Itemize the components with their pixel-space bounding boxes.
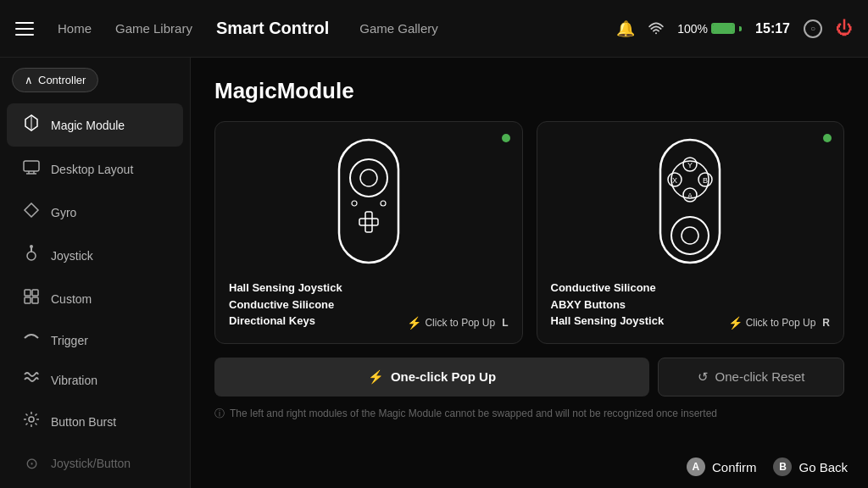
info-icon: ⓘ (214, 407, 225, 421)
svg-text:A: A (687, 191, 693, 200)
go-back-button[interactable]: B Go Back (773, 458, 848, 476)
gyro-icon (22, 202, 41, 223)
controller-button[interactable]: ∧ Controller (12, 68, 98, 92)
sidebar-item-magic-module[interactable]: Magic Module (7, 103, 183, 147)
info-notice: ⓘ The left and right modules of the Magi… (214, 407, 844, 421)
sidebar-item-gyro[interactable]: Gyro (7, 191, 183, 233)
controller-label: Controller (38, 74, 86, 86)
svg-rect-2 (24, 161, 39, 171)
svg-rect-26 (359, 219, 378, 225)
svg-text:X: X (672, 176, 677, 185)
svg-point-0 (655, 32, 657, 34)
left-status-dot (502, 134, 510, 142)
menu-icon[interactable] (15, 22, 34, 36)
sidebar-item-button-burst[interactable]: Button Burst (7, 401, 183, 442)
svg-line-20 (36, 424, 37, 425)
sidebar: ∧ Controller Magic Module Desk (0, 58, 191, 488)
module-cards: Hall Sensing Joystick Conductive Silicon… (214, 121, 844, 344)
svg-line-19 (26, 414, 28, 416)
power-icon[interactable]: ⏻ (836, 19, 853, 38)
one-click-popup-button[interactable]: ⚡ One-click Pop Up (214, 358, 649, 396)
confirm-label: Confirm (712, 460, 757, 474)
bell-icon[interactable]: 🔔 (616, 19, 635, 38)
battery-percent: 100% (677, 22, 708, 36)
topnav-right: 🔔 100% 15:17 ○ ⏻ (616, 19, 853, 38)
svg-point-9 (30, 245, 33, 248)
left-popup-label: Click to Pop Up (425, 317, 495, 329)
right-side-label: R (822, 317, 830, 329)
right-popup-label: Click to Pop Up (746, 317, 816, 329)
footer: A Confirm B Go Back (666, 446, 868, 488)
right-popup-action[interactable]: ⚡ Click to Pop Up R (728, 316, 830, 330)
sidebar-item-desktop-layout[interactable]: Desktop Layout (7, 148, 183, 190)
sidebar-label-trigger: Trigger (51, 334, 88, 347)
svg-rect-12 (25, 297, 31, 303)
reset-button-label: One-click Reset (715, 369, 805, 384)
trigger-icon (22, 331, 41, 349)
left-feature-3: Directional Keys (229, 314, 315, 327)
sidebar-label-joystick: Joystick (51, 249, 93, 263)
svg-rect-10 (25, 290, 31, 296)
button-burst-icon (22, 411, 41, 432)
joystick-icon (22, 245, 41, 266)
battery-bar (711, 23, 735, 34)
flash-icon-right: ⚡ (728, 316, 743, 330)
go-back-label: Go Back (798, 460, 848, 474)
svg-point-40 (671, 217, 709, 254)
chevron-up-icon: ∧ (25, 74, 33, 86)
battery-indicator: 100% (677, 22, 742, 36)
sidebar-label-vibration: Vibration (51, 374, 97, 387)
main-content: MagicModule (191, 58, 868, 488)
popup-button-label: One-click Pop Up (391, 369, 496, 384)
sidebar-item-vibration[interactable]: Vibration (7, 361, 183, 399)
right-module-card: Y X B A (537, 121, 845, 344)
sidebar-label-joystick-button: Joystick/Button (51, 457, 131, 470)
svg-text:Y: Y (687, 161, 693, 169)
sidebar-item-custom[interactable]: Custom (7, 278, 183, 319)
bottom-actions: ⚡ One-click Pop Up ↺ One-click Reset (214, 358, 844, 396)
sidebar-item-joystick-button[interactable]: ⊙ Joystick/Button (7, 444, 183, 483)
right-status-dot (823, 134, 832, 142)
left-popup-action[interactable]: ⚡ Click to Pop Up L (407, 316, 508, 330)
flash-icon-left: ⚡ (407, 316, 421, 330)
settings-icon[interactable]: ○ (804, 19, 822, 38)
right-feature-2: ABXY Buttons (551, 298, 626, 311)
svg-text:B: B (703, 176, 708, 185)
svg-point-14 (29, 417, 34, 422)
smart-control-title: Smart Control (216, 19, 329, 38)
confirm-button[interactable]: A Confirm (687, 458, 757, 476)
left-side-label: L (502, 317, 508, 329)
sidebar-item-joystick[interactable]: Joystick (7, 235, 183, 276)
right-card-desc: Conductive Silicone ABXY Buttons Hall Se… (551, 280, 665, 330)
right-feature-3: Hall Sensing Joystick (551, 314, 665, 327)
svg-point-28 (352, 201, 357, 206)
confirm-circle: A (687, 458, 705, 476)
svg-rect-11 (32, 290, 38, 296)
sidebar-label-desktop-layout: Desktop Layout (51, 163, 133, 176)
one-click-reset-button[interactable]: ↺ One-click Reset (658, 358, 844, 396)
svg-rect-23 (339, 140, 398, 263)
game-gallery-link[interactable]: Game Gallery (359, 21, 438, 36)
svg-point-7 (27, 252, 36, 260)
popup-flash-icon: ⚡ (368, 369, 384, 385)
left-feature-2: Conductive Silicone (229, 298, 334, 311)
sidebar-label-gyro: Gyro (51, 206, 76, 219)
right-module-svg: Y X B A (639, 136, 741, 271)
svg-line-22 (26, 424, 28, 425)
sidebar-label-button-burst: Button Burst (51, 415, 116, 429)
clock: 15:17 (755, 21, 790, 36)
home-link[interactable]: Home (58, 21, 92, 36)
left-feature-1: Hall Sensing Joystick (229, 281, 342, 294)
joystick-button-icon: ⊙ (22, 454, 41, 473)
svg-point-24 (350, 159, 387, 197)
desktop-layout-icon (22, 158, 41, 180)
svg-rect-13 (32, 297, 38, 303)
game-library-link[interactable]: Game Library (115, 21, 192, 36)
sidebar-item-trigger[interactable]: Trigger (7, 321, 183, 359)
go-back-circle: B (773, 458, 792, 476)
right-feature-1: Conductive Silicone (551, 281, 656, 294)
svg-line-21 (36, 414, 37, 416)
svg-point-25 (360, 169, 377, 186)
sidebar-label-magic-module: Magic Module (51, 119, 125, 132)
right-card-info: Conductive Silicone ABXY Buttons Hall Se… (551, 280, 831, 330)
